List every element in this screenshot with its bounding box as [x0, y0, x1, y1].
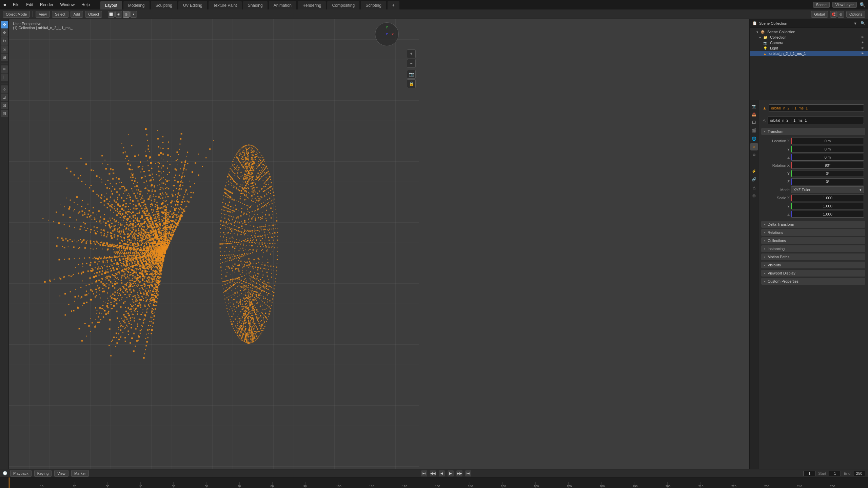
solid-mode[interactable]: ◉ — [115, 11, 122, 18]
extra-tool-4[interactable]: ⊟ — [1, 110, 8, 117]
camera-vis-icon[interactable]: 👁 — [861, 41, 864, 44]
start-frame-field[interactable]: 1 — [829, 471, 841, 476]
props-material-icon[interactable]: ◎ — [750, 192, 758, 199]
play-btn[interactable]: ▶ — [448, 470, 454, 476]
navigation-gizmo[interactable]: X Y Z — [375, 22, 402, 49]
props-scene-icon[interactable]: 🎬 — [750, 127, 758, 134]
props-data-icon[interactable]: △ — [750, 184, 758, 191]
outliner-scene-collection[interactable]: ▾ 📦 Scene Collection — [750, 29, 868, 35]
view-menu[interactable]: View — [36, 11, 50, 18]
zoom-in-button[interactable]: + — [407, 49, 416, 58]
mode-selector[interactable]: Object Mode — [3, 11, 30, 18]
menu-file[interactable]: File — [9, 0, 23, 9]
collections-header[interactable]: ▸ Collections — [761, 237, 865, 244]
scale-x[interactable]: 1.000 — [791, 195, 864, 201]
select-menu[interactable]: Select — [52, 11, 68, 18]
object-name-field[interactable]: orbital_n_2_l_1_ms_1 — [769, 104, 864, 112]
visibility-eye[interactable]: 👁 — [861, 36, 864, 39]
prev-keyframe-btn[interactable]: ◀◀ — [430, 470, 436, 476]
keying-menu[interactable]: Keying — [34, 470, 52, 477]
tab-sculpting[interactable]: Sculpting — [151, 1, 177, 9]
light-vis-icon[interactable]: 👁 — [861, 46, 864, 50]
lock-view-button[interactable]: 🔒 — [407, 79, 416, 88]
motion-paths-header[interactable]: ▸ Motion Paths — [761, 253, 865, 260]
view-layer-selector[interactable]: View Layer — [832, 2, 857, 8]
lookdev-mode[interactable]: ◍ — [123, 11, 130, 18]
tab-texture-paint[interactable]: Texture Paint — [208, 1, 242, 9]
menu-window[interactable]: Window — [57, 0, 78, 9]
transform-tool[interactable]: ⊞ — [1, 54, 8, 61]
scale-tool[interactable]: ⇲ — [1, 45, 8, 53]
outliner-camera[interactable]: 📷 Camera 👁 — [750, 40, 868, 45]
props-object-icon[interactable]: ○ — [750, 143, 758, 150]
timeline-ruler[interactable]: 1020304050607080901001101201301401501601… — [0, 477, 868, 488]
annotate-tool[interactable]: ✏ — [1, 65, 8, 73]
playback-menu[interactable]: Playback — [10, 470, 32, 477]
props-view-layer-icon[interactable]: 🎞 — [750, 119, 758, 126]
main-viewport[interactable]: User Perspective (1) Collection | orbita… — [9, 19, 419, 469]
tab-add-workspace[interactable]: + — [387, 1, 400, 9]
tab-shading[interactable]: Shading — [243, 1, 268, 9]
measure-tool[interactable]: ⊢ — [1, 74, 8, 81]
tab-modeling[interactable]: Modeling — [123, 1, 150, 9]
props-physics-icon[interactable]: ⚡ — [750, 167, 758, 175]
search-icon[interactable]: 🔍 — [860, 2, 865, 7]
location-z[interactable]: 0 m — [791, 154, 864, 161]
location-y[interactable]: 0 m — [791, 146, 864, 152]
instancing-header[interactable]: ▸ Instancing — [761, 245, 865, 252]
next-keyframe-btn[interactable]: ▶▶ — [456, 470, 462, 476]
viewport-display-header[interactable]: ▸ Viewport Display — [761, 270, 865, 277]
rotation-z[interactable]: 0° — [791, 178, 864, 185]
magnet-icon[interactable]: 🧲 — [830, 11, 837, 18]
camera-view-button[interactable]: 📷 — [407, 70, 416, 79]
extra-tool-2[interactable]: ⊿ — [1, 94, 8, 101]
delta-transform-header[interactable]: ▸ Delta Transform — [761, 221, 865, 228]
outliner-mesh-object[interactable]: ▲ orbital_n_2_l_1_ms_1 👁 — [750, 51, 868, 56]
object-menu[interactable]: Object — [85, 11, 102, 18]
tab-layout[interactable]: Layout — [100, 1, 122, 9]
proportional-edit-icon[interactable]: ◎ — [837, 11, 844, 18]
cursor-tool[interactable]: ✛ — [1, 21, 8, 28]
rotation-x[interactable]: 90° — [791, 162, 864, 169]
extra-tool-1[interactable]: ⊹ — [1, 85, 8, 93]
rotate-tool[interactable]: ↻ — [1, 37, 8, 45]
props-constraint-icon[interactable]: 🔗 — [750, 176, 758, 183]
marker-menu[interactable]: Marker — [71, 470, 89, 477]
rotation-mode-dropdown[interactable]: XYZ Euler ▾ — [791, 186, 864, 193]
custom-properties-header[interactable]: ▸ Custom Properties — [761, 278, 865, 285]
scale-z[interactable]: 1.000 — [791, 211, 864, 218]
transform-header[interactable]: ▾ Transform — [761, 128, 865, 135]
scale-y[interactable]: 1.000 — [791, 203, 864, 209]
props-world-icon[interactable]: 🌐 — [750, 135, 758, 142]
outliner-light[interactable]: 💡 Light 👁 — [750, 45, 868, 51]
outliner-search-icon[interactable]: 🔍 — [861, 21, 865, 25]
outliner-filter-icon[interactable]: ▼ — [853, 21, 857, 25]
play-reverse-btn[interactable]: ◀ — [439, 470, 445, 476]
menu-help[interactable]: Help — [78, 0, 93, 9]
jump-to-start-btn[interactable]: ⏮ — [421, 470, 427, 476]
menu-edit[interactable]: Edit — [23, 0, 37, 9]
outliner-collection[interactable]: ▾ 📁 Collection 👁 — [750, 35, 868, 40]
visibility-header[interactable]: ▸ Visibility — [761, 262, 865, 268]
move-tool[interactable]: ✥ — [1, 29, 8, 37]
zoom-out-button[interactable]: − — [407, 59, 416, 68]
options-menu[interactable]: Options — [846, 11, 865, 18]
tab-uv-editing[interactable]: UV Editing — [178, 1, 208, 9]
rotation-y[interactable]: 0° — [791, 170, 864, 177]
tab-animation[interactable]: Animation — [269, 1, 297, 9]
rendered-mode[interactable]: ● — [130, 11, 137, 18]
data-name-field[interactable]: orbital_n_2_l_1_ms_1 — [768, 117, 864, 124]
add-menu[interactable]: Add — [71, 11, 83, 18]
wireframe-mode[interactable]: ⬜ — [108, 11, 115, 18]
location-x[interactable]: 0 m — [791, 138, 864, 144]
view-menu-timeline[interactable]: View — [54, 470, 68, 477]
mesh-vis-icon[interactable]: 👁 — [861, 52, 864, 55]
scene-selector[interactable]: Scene — [813, 2, 830, 8]
tab-rendering[interactable]: Rendering — [297, 1, 326, 9]
props-render-icon[interactable]: 📷 — [750, 102, 758, 110]
extra-tool-3[interactable]: ⊡ — [1, 102, 8, 109]
props-modifier-icon[interactable]: ⚙ — [750, 151, 758, 159]
jump-to-end-btn[interactable]: ⏭ — [465, 470, 471, 476]
menu-render[interactable]: Render — [37, 0, 57, 9]
props-output-icon[interactable]: 📤 — [750, 110, 758, 118]
